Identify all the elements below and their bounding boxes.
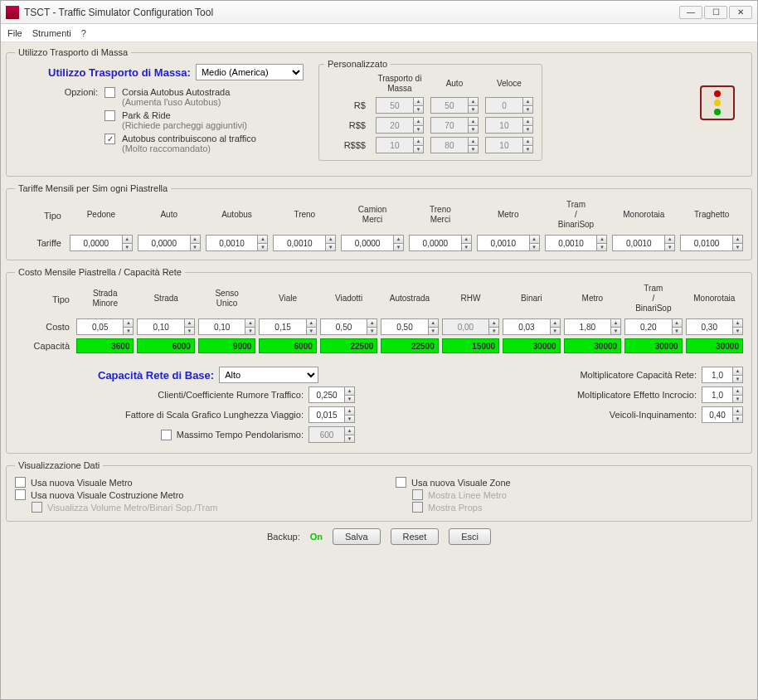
max-commute-label: Massimo Tempo Pendolarismo: xyxy=(177,430,304,440)
menubar: File Strumenti ? xyxy=(1,24,757,42)
highway-bus-lane-checkbox[interactable] xyxy=(104,87,115,98)
tariff-header-6: Metro xyxy=(477,210,540,221)
cost-spin-10[interactable]: 0,30▲▼ xyxy=(686,318,743,335)
bus-traffic-checkbox[interactable]: ✓ xyxy=(104,134,115,144)
backup-label: Backup: xyxy=(267,532,300,542)
close-button[interactable]: ✕ xyxy=(729,6,752,19)
custom-hdr-auto: Auto xyxy=(430,79,479,89)
cost-spin-9[interactable]: 0,20▲▼ xyxy=(624,318,682,335)
noise-coeff-spin[interactable]: 0,250▲▼ xyxy=(309,386,355,403)
tariff-spin-7[interactable]: 0,0010▲▼ xyxy=(545,235,608,251)
tariff-spin-9[interactable]: 0,0100▲▼ xyxy=(680,235,743,251)
cost-spin-4[interactable]: 0,50▲▼ xyxy=(320,318,377,335)
titlebar: TSCT - Traffic Simulator Configuration T… xyxy=(1,1,757,24)
cost-header-0: StradaMinore xyxy=(76,289,134,310)
mass-transit-combo[interactable]: Medio (America) xyxy=(196,64,304,80)
maximize-button[interactable]: ☐ xyxy=(704,6,727,19)
capacity-cell-8: 30000 xyxy=(564,338,621,353)
capacity-row-label: Capacità xyxy=(15,341,73,351)
cost-spin-5[interactable]: 0,50▲▼ xyxy=(381,318,438,335)
props-label: Mostra Props xyxy=(428,503,482,513)
tariffs-section: Tariffe Mensili per Sim ogni Piastrella … xyxy=(6,183,752,260)
cost-spin-6[interactable]: 0,00▲▼ xyxy=(442,318,499,335)
cost-header-4: Viadotti xyxy=(320,294,377,305)
cost-type-label: Tipo xyxy=(15,294,73,304)
tariff-header-9: Traghetto xyxy=(680,210,743,221)
custom-r1-mass[interactable]: 50▲▼ xyxy=(376,97,424,114)
app-icon xyxy=(6,6,19,19)
custom-r3-auto[interactable]: 80▲▼ xyxy=(430,137,479,153)
save-button[interactable]: Salva xyxy=(333,528,381,545)
traffic-light-icon xyxy=(700,85,735,120)
cost-spin-2[interactable]: 0,10▲▼ xyxy=(198,318,255,335)
metro-lines-checkbox xyxy=(412,489,423,500)
multiplier-capacity-spin[interactable]: 1,0▲▼ xyxy=(702,367,743,383)
cost-spin-3[interactable]: 0,15▲▼ xyxy=(259,318,316,335)
park-ride-checkbox[interactable] xyxy=(104,110,115,121)
max-commute-checkbox[interactable] xyxy=(161,430,172,440)
metro-build-view-label: Usa nuova Visuale Costruzione Metro xyxy=(31,490,183,500)
intersection-multiplier-label: Moltiplicatore Effetto Incrocio: xyxy=(577,390,697,400)
intersection-multiplier-spin[interactable]: 1,0▲▼ xyxy=(702,386,743,403)
zone-view-checkbox[interactable] xyxy=(396,477,406,488)
mass-transit-legend: Utilizzo Trasporto di Massa xyxy=(15,47,131,57)
park-ride-label: Park & Ride xyxy=(122,110,247,120)
capacity-cell-5: 22500 xyxy=(381,338,438,353)
travel-scale-spin[interactable]: 0,015▲▼ xyxy=(309,406,355,423)
tariff-header-1: Auto xyxy=(138,210,201,221)
cost-header-3: Viale xyxy=(259,294,316,305)
exit-button[interactable]: Esci xyxy=(449,528,491,545)
cost-header-10: Monorotaia xyxy=(686,294,743,305)
tariff-spin-4[interactable]: 0,0000▲▼ xyxy=(341,235,404,251)
base-capacity-combo[interactable]: Alto xyxy=(219,367,318,383)
cost-spin-8[interactable]: 1,80▲▼ xyxy=(564,318,621,335)
custom-r2-auto[interactable]: 70▲▼ xyxy=(430,117,479,134)
vehicle-pollution-spin[interactable]: 0,40▲▼ xyxy=(702,406,743,423)
mass-transit-label: Utilizzo Trasporto di Massa: xyxy=(48,66,191,79)
custom-legend: Personalizzato xyxy=(324,59,391,69)
data-view-legend: Visualizzazione Dati xyxy=(15,460,103,470)
capacity-cell-2: 9000 xyxy=(198,338,255,353)
base-capacity-label: Capacità Rete di Base: xyxy=(98,369,214,382)
bus-traffic-hint: (Molto raccomandato) xyxy=(122,143,256,153)
tariff-spin-0[interactable]: 0,0000▲▼ xyxy=(70,235,133,251)
tariff-spin-8[interactable]: 0,0010▲▼ xyxy=(612,235,675,251)
capacity-cell-4: 22500 xyxy=(320,338,377,353)
custom-r3-mass[interactable]: 10▲▼ xyxy=(376,137,424,153)
cost-row-label: Costo xyxy=(15,322,73,332)
tariff-spin-6[interactable]: 0,0010▲▼ xyxy=(477,235,540,251)
custom-r1-auto[interactable]: 50▲▼ xyxy=(430,97,479,114)
cost-spin-7[interactable]: 0,03▲▼ xyxy=(503,318,560,335)
tariff-header-7: Tram/BinariSop xyxy=(545,200,608,231)
menu-file[interactable]: File xyxy=(7,28,22,38)
custom-r1-fast[interactable]: 0▲▼ xyxy=(485,97,533,114)
cost-header-5: Autostrada xyxy=(381,294,438,305)
volume-view-label: Visualizza Volume Metro/Binari Sop./Tram xyxy=(47,503,217,513)
capacity-cell-10: 30000 xyxy=(686,338,743,353)
tariff-spin-5[interactable]: 0,0000▲▼ xyxy=(409,235,472,251)
reset-button[interactable]: Reset xyxy=(391,528,440,545)
tariff-spin-3[interactable]: 0,0010▲▼ xyxy=(273,235,336,251)
cost-spin-0[interactable]: 0,05▲▼ xyxy=(76,318,134,335)
custom-r2-mass[interactable]: 20▲▼ xyxy=(376,117,424,134)
metro-build-view-checkbox[interactable] xyxy=(15,489,26,500)
travel-scale-label: Fattore di Scala Grafico Lunghezza Viagg… xyxy=(125,410,304,420)
menu-help[interactable]: ? xyxy=(81,28,86,38)
menu-tools[interactable]: Strumenti xyxy=(32,28,71,38)
custom-r3-fast[interactable]: 10▲▼ xyxy=(485,137,533,153)
cost-capacity-legend: Costo Mensile Piastrella / Capacità Rete xyxy=(15,267,185,277)
max-commute-spin[interactable]: 600▲▼ xyxy=(309,426,355,443)
cost-header-6: RHW xyxy=(442,294,499,305)
metro-lines-label: Mostra Linee Metro xyxy=(428,490,507,500)
tariff-spin-2[interactable]: 0,0010▲▼ xyxy=(206,235,269,251)
cost-spin-1[interactable]: 0,10▲▼ xyxy=(137,318,194,335)
data-view-section: Visualizzazione Dati Usa nuova Visuale M… xyxy=(6,460,752,522)
tariff-spin-1[interactable]: 0,0000▲▼ xyxy=(138,235,201,251)
custom-r2-fast[interactable]: 10▲▼ xyxy=(485,117,533,134)
cost-header-9: Tram/BinariSop xyxy=(624,284,682,315)
park-ride-hint: (Richiede parcheggi aggiuntivi) xyxy=(122,120,247,130)
metro-view-checkbox[interactable] xyxy=(15,477,26,488)
minimize-button[interactable]: — xyxy=(679,6,702,19)
cost-header-8: Metro xyxy=(564,294,621,305)
mass-transit-section: Utilizzo Trasporto di Massa Utilizzo Tra… xyxy=(6,47,752,177)
